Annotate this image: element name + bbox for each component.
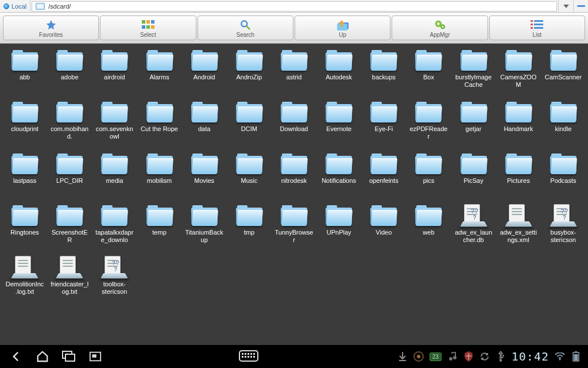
file-item[interactable]: pics [406,151,451,202]
file-name: Download [274,125,314,133]
file-item[interactable]: adobe [47,47,92,99]
file-item[interactable]: media [92,151,137,202]
file-item[interactable]: com.sevenknowl [92,99,137,151]
file-name: TunnyBrowser [274,229,314,243]
file-item[interactable]: abb [2,47,47,99]
file-name: Video [364,229,403,236]
file-item[interactable]: Notifications [316,151,361,202]
file-item[interactable]: Handmark [496,99,541,151]
file-item[interactable]: DemolitionInc.log.txt [2,254,47,306]
file-item[interactable]: openfeints [361,151,406,202]
svg-rect-33 [247,356,249,358]
file-item[interactable]: burstlyImageCache [451,47,496,99]
file-item[interactable]: CamScanner [541,47,586,99]
folder-icon [460,100,488,124]
file-item[interactable]: PicSay [451,151,496,202]
file-item[interactable]: lastpass [2,151,47,202]
file-item[interactable]: AndroZip [227,47,272,99]
file-item[interactable]: CameraZOOM [496,47,541,99]
file-item[interactable]: Eye-Fi [361,99,406,151]
file-item[interactable]: Ringtones [2,202,47,254]
file-item[interactable]: TitaniumBackup [182,202,227,254]
file-item[interactable]: Alarms [137,47,181,99]
file-name: TitaniumBackup [185,229,224,243]
appmgr-button[interactable]: AppMgr [392,16,488,40]
file-item[interactable]: Music [227,151,272,202]
badge-23: 23 [430,351,442,362]
file-item[interactable]: TunnyBrowser [272,202,316,254]
file-item[interactable]: cloudprint [2,99,47,151]
file-name: Cut the Rope [140,125,179,133]
file-item[interactable]: data [182,99,227,151]
file-name: PicSay [454,177,493,185]
file-item[interactable]: Pictures [496,151,541,202]
file-item[interactable]: web [406,202,451,254]
file-item[interactable]: com.mobihand. [47,99,92,151]
svg-line-8 [247,26,250,29]
file-item[interactable]: ezPDFReader [406,99,451,151]
minimize-button[interactable] [573,0,588,12]
file-item[interactable]: Android [182,47,227,99]
status-tray[interactable]: 23 10:42 [397,350,588,363]
file-name: Alarms [140,74,179,81]
svg-point-38 [449,357,452,361]
folder-icon [505,100,532,124]
screenshot-button[interactable] [87,350,103,363]
file-item[interactable]: getjar [451,99,496,151]
home-button[interactable] [34,350,51,363]
file-item[interactable]: DCIM [227,99,272,151]
local-chip[interactable]: Local [0,0,30,12]
file-item[interactable]: backups [361,47,406,99]
select-label: Select [140,32,156,38]
file-item[interactable]: Video [361,202,406,254]
file-item[interactable]: astrid [272,47,316,99]
file-item[interactable]: temp [137,202,181,254]
file-name: Evernote [319,125,358,133]
select-button[interactable]: Select [100,16,196,40]
favorites-button[interactable]: Favorites [3,16,99,40]
list-button[interactable]: List [489,16,585,40]
back-button[interactable] [8,350,24,363]
file-item[interactable]: Movies [182,151,227,202]
dropdown-button[interactable] [558,0,573,12]
file-item[interactable]: Evernote [316,99,361,151]
file-item[interactable]: ? ? ?busybox-stericson [541,202,586,254]
screenshot-icon [89,351,102,362]
file-item[interactable]: UPnPlay [316,202,361,254]
file-item[interactable]: tmp [227,202,272,254]
file-item[interactable]: Download [272,99,316,151]
up-button[interactable]: Up [295,16,390,40]
file-item[interactable]: friendcaster_log.txt [47,254,92,306]
search-button[interactable]: Search [198,16,293,40]
file-item[interactable]: ? ? ?toolbox-stericson [92,254,137,306]
local-label: Local [11,3,26,10]
file-item[interactable]: Cut the Rope [137,99,181,151]
file-name: Autodesk [319,74,358,81]
svg-rect-15 [531,20,533,22]
svg-rect-22 [65,354,75,361]
folder-icon [505,48,532,72]
keyboard-switch-button[interactable] [239,350,262,363]
file-name: Music [230,177,269,185]
folder-icon [460,48,488,72]
folder-icon [100,204,128,228]
file-item[interactable]: Box [406,47,451,99]
file-item[interactable]: LPC_DIR [47,151,92,202]
file-name: Podcasts [544,177,583,185]
file-item[interactable]: Podcasts [541,151,586,202]
file-item[interactable]: mobilism [137,151,181,202]
file-item[interactable]: adw_ex_settings.xml [496,202,541,254]
folder-icon [415,152,442,176]
path-input[interactable]: /sdcard/ [32,1,557,12]
file-item[interactable]: nitrodesk [272,151,316,202]
recents-button[interactable] [61,350,77,363]
file-item[interactable]: airdroid [92,47,137,99]
file-item[interactable]: tapatalkxdapre_downlo [92,202,137,254]
file-item[interactable]: ? ? ?adw_ex_launcher.db [451,202,496,254]
file-name: Handmark [499,125,538,133]
file-name: kindle [544,125,583,133]
file-item[interactable]: ScreenshotER [47,202,92,254]
file-item[interactable]: Autodesk [316,47,361,99]
folder-icon [100,152,128,176]
file-item[interactable]: kindle [541,99,586,151]
